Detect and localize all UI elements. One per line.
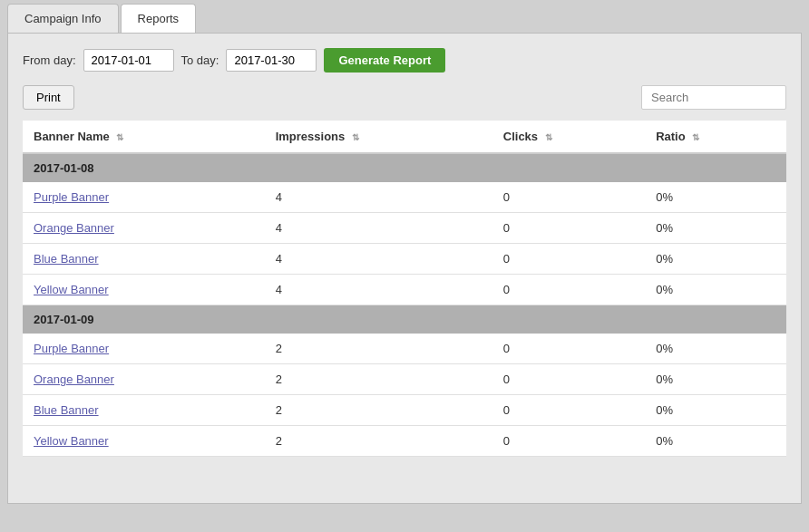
cell-clicks: 0: [492, 182, 645, 213]
cell-ratio: 0%: [645, 213, 786, 244]
table-row: Yellow Banner400%: [23, 275, 786, 305]
cell-impressions: 2: [265, 364, 492, 395]
sort-icon-clicks: ⇅: [545, 132, 552, 142]
col-impressions[interactable]: Impressions ⇅: [265, 121, 492, 153]
cell-impressions: 2: [265, 334, 492, 364]
banner-link[interactable]: Blue Banner: [34, 252, 99, 266]
tab-reports[interactable]: Reports: [121, 4, 197, 33]
table-group-row: 2017-01-08: [23, 153, 786, 182]
to-day-input[interactable]: [226, 49, 317, 72]
cell-clicks: 0: [492, 426, 645, 457]
cell-banner-name: Orange Banner: [23, 364, 265, 395]
cell-impressions: 4: [265, 213, 492, 244]
table-header: Banner Name ⇅ Impressions ⇅ Clicks ⇅ Rat…: [23, 121, 786, 153]
sort-icon-banner: ⇅: [116, 132, 123, 142]
cell-banner-name: Blue Banner: [23, 244, 265, 275]
cell-banner-name: Yellow Banner: [23, 275, 265, 305]
cell-ratio: 0%: [645, 364, 786, 395]
table-row: Orange Banner400%: [23, 213, 786, 244]
cell-ratio: 0%: [645, 426, 786, 457]
tab-campaign-info[interactable]: Campaign Info: [7, 4, 119, 33]
banner-link[interactable]: Orange Banner: [34, 372, 114, 386]
date-controls: From day: To day: Generate Report: [23, 48, 786, 73]
col-banner-name[interactable]: Banner Name ⇅: [23, 121, 265, 153]
cell-banner-name: Purple Banner: [23, 334, 265, 364]
search-input[interactable]: [641, 85, 786, 110]
banner-link[interactable]: Yellow Banner: [34, 283, 109, 296]
table-group-row: 2017-01-09: [23, 305, 786, 334]
sort-icon-ratio: ⇅: [692, 132, 699, 142]
cell-ratio: 0%: [645, 182, 786, 213]
banner-link[interactable]: Orange Banner: [34, 221, 114, 235]
from-day-input[interactable]: [83, 49, 174, 72]
table-row: Yellow Banner200%: [23, 426, 786, 457]
cell-clicks: 0: [492, 275, 645, 305]
table-row: Blue Banner400%: [23, 244, 786, 275]
print-button[interactable]: Print: [23, 85, 74, 110]
cell-banner-name: Blue Banner: [23, 395, 265, 426]
sort-icon-impressions: ⇅: [352, 132, 359, 142]
page-wrapper: Campaign Info Reports From day: To day: …: [0, 0, 809, 511]
cell-banner-name: Orange Banner: [23, 213, 265, 244]
cell-banner-name: Yellow Banner: [23, 426, 265, 457]
reports-table: Banner Name ⇅ Impressions ⇅ Clicks ⇅ Rat…: [23, 121, 786, 457]
banner-link[interactable]: Purple Banner: [34, 342, 109, 355]
cell-impressions: 2: [265, 426, 492, 457]
cell-clicks: 0: [492, 213, 645, 244]
cell-impressions: 2: [265, 395, 492, 426]
content-area: From day: To day: Generate Report Print …: [7, 33, 802, 504]
banner-link[interactable]: Yellow Banner: [34, 434, 109, 448]
table-row: Purple Banner400%: [23, 182, 786, 213]
cell-impressions: 4: [265, 244, 492, 275]
cell-impressions: 4: [265, 182, 492, 213]
col-ratio[interactable]: Ratio ⇅: [645, 121, 786, 153]
cell-ratio: 0%: [645, 275, 786, 305]
table-row: Orange Banner200%: [23, 364, 786, 395]
tab-bar: Campaign Info Reports: [0, 0, 809, 33]
cell-clicks: 0: [492, 334, 645, 364]
from-day-label: From day:: [23, 53, 76, 67]
cell-clicks: 0: [492, 395, 645, 426]
table-row: Purple Banner200%: [23, 334, 786, 364]
generate-report-button[interactable]: Generate Report: [324, 48, 445, 73]
cell-clicks: 0: [492, 244, 645, 275]
col-clicks[interactable]: Clicks ⇅: [492, 121, 645, 153]
cell-clicks: 0: [492, 364, 645, 395]
cell-ratio: 0%: [645, 244, 786, 275]
banner-link[interactable]: Blue Banner: [34, 403, 99, 417]
group-date-label: 2017-01-09: [23, 305, 786, 334]
toolbar: Print: [23, 85, 786, 110]
cell-ratio: 0%: [645, 395, 786, 426]
cell-banner-name: Purple Banner: [23, 182, 265, 213]
to-day-label: To day:: [181, 53, 219, 67]
table-body: 2017-01-08Purple Banner400%Orange Banner…: [23, 153, 786, 457]
banner-link[interactable]: Purple Banner: [34, 190, 109, 204]
cell-impressions: 4: [265, 275, 492, 305]
group-date-label: 2017-01-08: [23, 153, 786, 182]
table-row: Blue Banner200%: [23, 395, 786, 426]
cell-ratio: 0%: [645, 334, 786, 364]
